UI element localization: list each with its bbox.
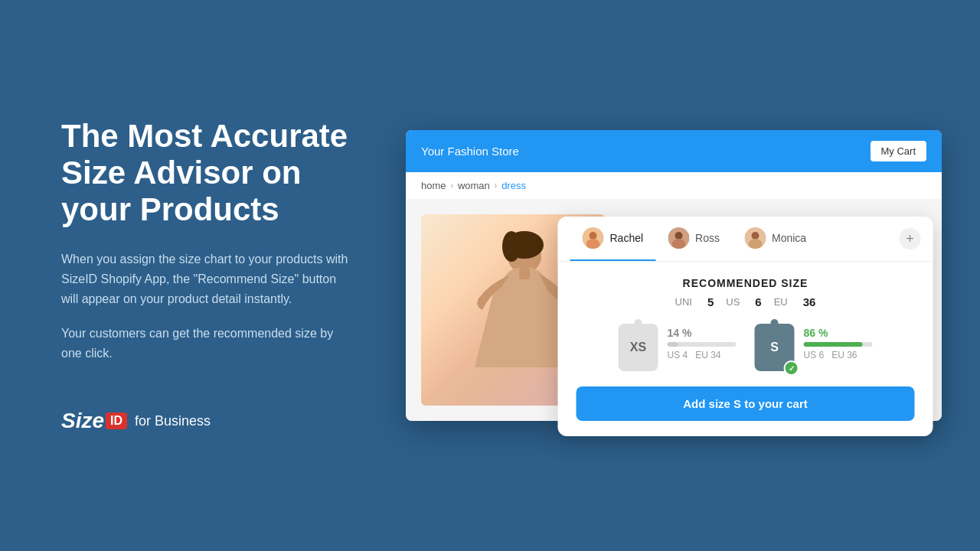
percent-s: 86 % [804,327,873,339]
logo-area: Size ID for Business [61,409,352,433]
svg-point-6 [590,232,597,240]
progress-bar-s [804,342,873,347]
main-heading: The Most Accurate Size Advisor on your P… [61,118,352,229]
svg-rect-4 [519,268,530,279]
recommendation-panel: Rachel Ross Monica + RECOMMENDED SIZE UN… [558,217,933,436]
ross-name: Ross [695,232,720,244]
tag-xs: XS [619,324,658,371]
svg-point-3 [502,231,521,262]
progress-fill-s [804,342,863,347]
profile-tab-ross[interactable]: Ross [655,217,732,261]
breadcrumb: home › woman › dress [406,172,942,199]
card-stats-s: 86 % US 6 EU 36 [804,324,873,360]
svg-point-12 [751,232,759,240]
logo-size-text: Size [61,409,104,433]
size-uni-value: 5 [707,295,714,308]
rec-add-to-cart-button[interactable]: Add size S to your cart [577,386,915,421]
size-eu-label: EU [774,296,788,308]
store-header: Your Fashion Store My Cart [406,130,942,172]
svg-point-9 [675,232,682,240]
size-card-xs: XS 14 % US 4 EU 34 [619,324,737,371]
breadcrumb-dress[interactable]: dress [501,180,526,191]
percent-xs: 14 % [668,327,737,339]
right-panel: Your Fashion Store My Cart home › woman … [398,99,980,452]
size-us-label: US [726,296,740,308]
add-profile-button[interactable]: + [900,228,921,249]
my-cart-button[interactable]: My Cart [871,141,927,161]
size-us-value: 6 [755,295,761,308]
rec-title: RECOMMENDED SIZE [577,277,915,289]
card-stats-xs: 14 % US 4 EU 34 [668,324,737,360]
rec-content: RECOMMENDED SIZE UNI 5 US 6 EU 36 XS 14 … [558,262,933,436]
breadcrumb-sep-2: › [495,181,497,190]
logo-id-badge: ID [106,412,127,429]
logo-text: Size ID [61,409,127,433]
profile-tabs: Rachel Ross Monica + [558,217,933,262]
logo-business-text: for Business [135,413,211,429]
size-cards: XS 14 % US 4 EU 34 S ✓ [577,324,915,371]
progress-bar-xs [668,342,737,347]
monica-avatar [744,227,766,249]
description-2: Your customers can get the recommended s… [61,324,352,363]
profile-tab-rachel[interactable]: Rachel [570,217,656,261]
store-name: Your Fashion Store [421,145,519,158]
sub-s: US 6 EU 36 [804,350,873,360]
progress-fill-xs [668,342,678,347]
breadcrumb-woman[interactable]: woman [458,180,490,191]
check-badge-s: ✓ [784,360,799,376]
monica-name: Monica [772,232,806,244]
left-panel: The Most Accurate Size Advisor on your P… [0,72,398,480]
description-1: When you assign the size chart to your p… [61,249,352,308]
size-eu-value: 36 [803,295,816,308]
breadcrumb-sep-1: › [451,181,453,190]
ross-avatar [668,227,689,249]
rachel-avatar [583,227,604,249]
breadcrumb-home[interactable]: home [421,180,446,191]
size-row: UNI 5 US 6 EU 36 [577,295,915,308]
tag-s: S ✓ [755,324,795,371]
sub-xs: US 4 EU 34 [668,350,737,360]
rachel-name: Rachel [610,232,644,244]
size-card-s: S ✓ 86 % US 6 EU 36 [755,324,873,371]
profile-tab-monica[interactable]: Monica [732,217,818,261]
size-uni-label: UNI [675,296,692,308]
